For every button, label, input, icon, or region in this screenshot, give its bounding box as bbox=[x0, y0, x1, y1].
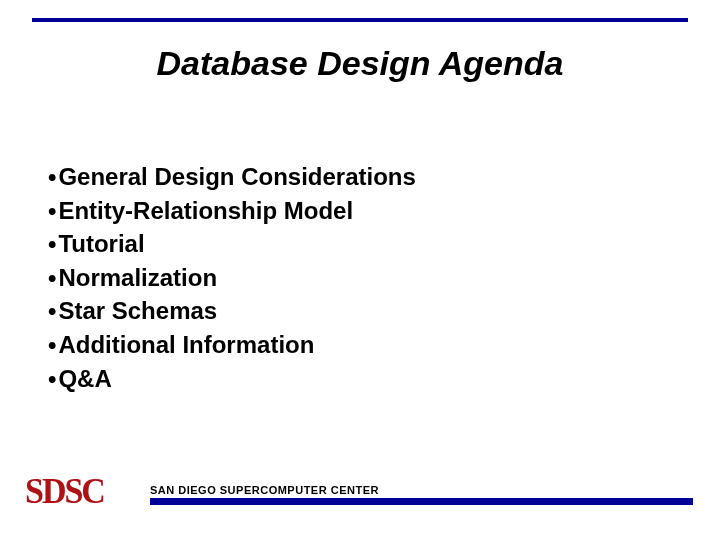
bullet-icon: • bbox=[48, 227, 56, 261]
list-item: •Normalization bbox=[48, 261, 608, 295]
bullet-icon: • bbox=[48, 194, 56, 228]
bullet-text: Star Schemas bbox=[58, 297, 217, 324]
slide: Database Design Agenda •General Design C… bbox=[0, 0, 720, 540]
logo: SDSC bbox=[25, 473, 145, 509]
footer-divider bbox=[150, 498, 693, 505]
footer: SDSC SAN DIEGO SUPERCOMPUTER CENTER bbox=[25, 474, 695, 508]
bullet-text: Entity-Relationship Model bbox=[58, 197, 353, 224]
list-item: •Entity-Relationship Model bbox=[48, 194, 608, 228]
list-item: •General Design Considerations bbox=[48, 160, 608, 194]
list-item: •Q&A bbox=[48, 362, 608, 396]
bullet-icon: • bbox=[48, 294, 56, 328]
bullet-text: Normalization bbox=[58, 264, 217, 291]
bullet-icon: • bbox=[48, 362, 56, 396]
bullet-text: General Design Considerations bbox=[58, 163, 415, 190]
bullet-text: Additional Information bbox=[58, 331, 314, 358]
slide-title: Database Design Agenda bbox=[0, 44, 720, 83]
bullet-icon: • bbox=[48, 261, 56, 295]
footer-org: SAN DIEGO SUPERCOMPUTER CENTER bbox=[150, 484, 379, 496]
bullet-text: Q&A bbox=[58, 365, 111, 392]
list-item: •Additional Information bbox=[48, 328, 608, 362]
list-item: •Tutorial bbox=[48, 227, 608, 261]
list-item: •Star Schemas bbox=[48, 294, 608, 328]
bullet-icon: • bbox=[48, 328, 56, 362]
bullet-text: Tutorial bbox=[58, 230, 144, 257]
bullet-list: •General Design Considerations •Entity-R… bbox=[48, 160, 608, 395]
top-divider bbox=[32, 18, 688, 22]
bullet-icon: • bbox=[48, 160, 56, 194]
